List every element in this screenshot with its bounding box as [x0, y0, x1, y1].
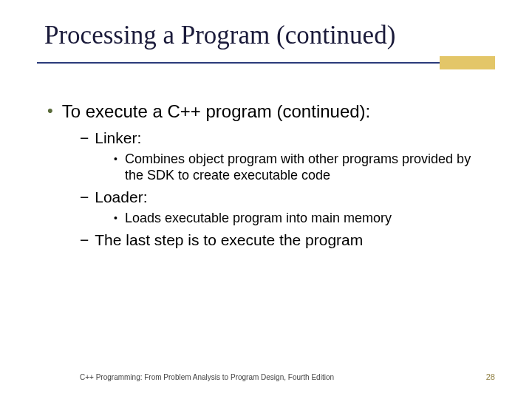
- bullet-text: To execute a C++ program (continued):: [62, 100, 371, 123]
- bullet-text: Combines object program with other progr…: [125, 151, 472, 183]
- dash-icon: −: [80, 231, 89, 250]
- bullet-level3: • Combines object program with other pro…: [114, 151, 495, 183]
- bullet-level2: − The last step is to execute the progra…: [80, 231, 495, 250]
- page-number: 28: [486, 372, 495, 381]
- footer-text: C++ Programming: From Problem Analysis t…: [80, 373, 334, 381]
- bullet-level3: • Loads executable program into main mem…: [114, 210, 495, 226]
- bullet-icon: •: [47, 100, 53, 121]
- bullet-level2: − Loader:: [80, 188, 495, 207]
- slide-title: Processing a Program (continued): [37, 21, 495, 56]
- bullet-level1: • To execute a C++ program (continued):: [47, 100, 495, 123]
- dash-icon: −: [80, 129, 89, 148]
- bullet-text: The last step is to execute the program: [95, 231, 363, 250]
- dash-icon: −: [80, 188, 89, 207]
- bullet-text: Loader:: [95, 188, 147, 207]
- dot-icon: •: [114, 151, 117, 167]
- content-area: • To execute a C++ program (continued): …: [37, 96, 495, 250]
- title-area: Processing a Program (continued): [37, 21, 495, 69]
- bullet-text: Loads executable program into main memor…: [125, 210, 392, 226]
- bullet-text: Linker:: [95, 129, 141, 148]
- underline-gold: [440, 56, 495, 69]
- title-underline: [37, 56, 495, 69]
- footer: C++ Programming: From Problem Analysis t…: [0, 372, 532, 381]
- slide: Processing a Program (continued) • To ex…: [0, 0, 532, 399]
- dot-icon: •: [114, 210, 117, 226]
- bullet-level2: − Linker:: [80, 129, 495, 148]
- underline-blue: [37, 62, 440, 64]
